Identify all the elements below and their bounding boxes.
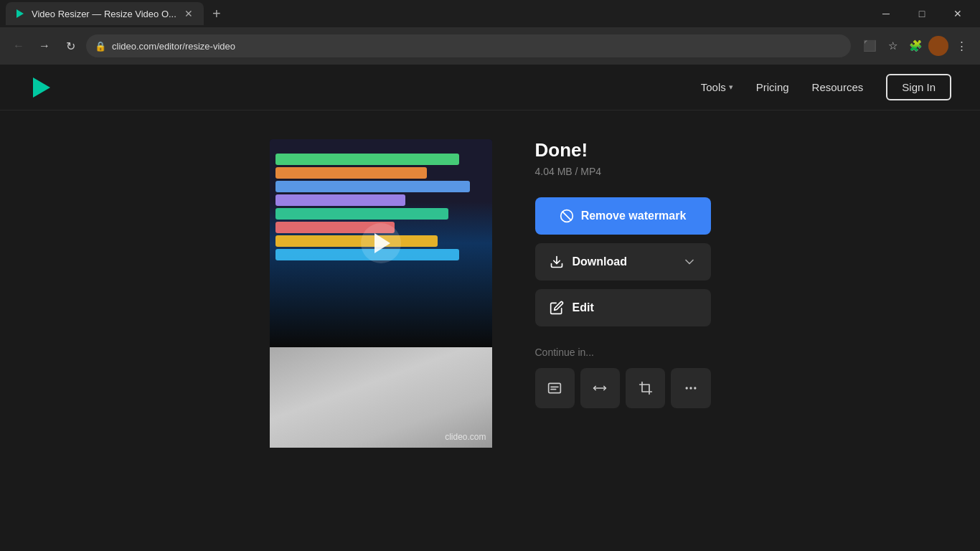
extensions-button[interactable]: ⬛ <box>859 36 880 56</box>
download-button[interactable]: Download <box>535 243 711 281</box>
forward-button[interactable]: → <box>34 36 55 56</box>
lock-icon: 🔒 <box>95 41 106 52</box>
nav-resources[interactable]: Resources <box>804 75 872 99</box>
nav-pricing[interactable]: Pricing <box>748 75 798 99</box>
continue-label: Continue in... <box>535 347 711 358</box>
file-info: 4.04 MB / MP4 <box>535 166 711 177</box>
chevron-down-icon: ▾ <box>729 83 733 92</box>
file-size: 4.04 MB <box>535 166 573 177</box>
svg-point-10 <box>689 387 692 389</box>
file-format: MP4 <box>580 166 601 177</box>
url-bar[interactable]: 🔒 clideo.com/editor/resize-video <box>86 34 851 57</box>
remove-watermark-button[interactable]: Remove watermark <box>535 197 711 235</box>
edit-icon <box>550 301 564 315</box>
minimize-button[interactable]: ─ <box>870 2 903 25</box>
svg-marker-1 <box>33 77 50 98</box>
compress-button[interactable] <box>580 368 620 408</box>
svg-marker-0 <box>17 9 24 18</box>
right-panel: Done! 4.04 MB / MP4 Remove watermark <box>535 139 711 408</box>
url-text: clideo.com/editor/resize-video <box>112 41 842 52</box>
no-watermark-icon <box>560 209 574 223</box>
tab-bar: Video Resizer — Resize Video O... ✕ + ─ … <box>0 0 980 27</box>
address-bar: ← → ↻ 🔒 clideo.com/editor/resize-video ⬛… <box>0 27 980 65</box>
chevron-down-icon <box>682 255 697 269</box>
active-tab[interactable]: Video Resizer — Resize Video O... ✕ <box>6 2 204 25</box>
watermark-text: clideo.com <box>445 432 486 442</box>
crop-button[interactable] <box>626 368 665 408</box>
profile-avatar <box>928 36 948 56</box>
toolbar-icons: ⬛ ☆ 🧩 ⋮ <box>859 36 971 56</box>
video-thumbnail: clideo.com <box>270 347 492 448</box>
svg-line-3 <box>562 212 571 220</box>
profile-button[interactable] <box>928 36 948 56</box>
page: Tools ▾ Pricing Resources Sign In <box>0 65 980 551</box>
tab-favicon-icon <box>14 8 26 19</box>
logo-icon <box>29 75 55 100</box>
compress-icon <box>593 381 607 395</box>
menu-button[interactable]: ⋮ <box>951 36 971 56</box>
nav-tools[interactable]: Tools ▾ <box>692 75 742 99</box>
new-tab-button[interactable]: + <box>207 4 227 24</box>
close-button[interactable]: ✕ <box>941 2 974 25</box>
svg-point-11 <box>694 387 696 389</box>
browser-chrome: Video Resizer — Resize Video O... ✕ + ─ … <box>0 0 980 65</box>
svg-point-9 <box>685 387 687 389</box>
continue-icons <box>535 368 711 408</box>
edit-button[interactable]: Edit <box>535 289 711 326</box>
crop-icon <box>639 381 653 395</box>
more-options-button[interactable] <box>671 368 710 408</box>
maximize-button[interactable]: □ <box>905 2 938 25</box>
nav-items: Tools ▾ Pricing Resources Sign In <box>692 74 951 100</box>
done-title: Done! <box>535 139 711 161</box>
logo[interactable] <box>29 75 55 100</box>
svg-rect-5 <box>549 383 561 392</box>
video-player[interactable] <box>270 139 492 347</box>
subtitles-button[interactable] <box>535 368 575 408</box>
main-content: clideo.com Done! 4.04 MB / MP4 Remove wa… <box>0 110 980 551</box>
reload-button[interactable]: ↻ <box>60 36 80 56</box>
navbar: Tools ▾ Pricing Resources Sign In <box>0 65 980 110</box>
more-icon <box>684 381 698 395</box>
subtitles-icon <box>547 381 562 395</box>
bookmark-star-icon[interactable]: ☆ <box>882 36 903 56</box>
tab-close-button[interactable]: ✕ <box>182 7 195 20</box>
window-controls: ─ □ ✕ <box>870 2 974 25</box>
play-icon <box>374 233 390 253</box>
tab-title: Video Resizer — Resize Video O... <box>32 9 176 19</box>
puzzle-icon[interactable]: 🧩 <box>905 36 925 56</box>
download-icon <box>550 255 564 269</box>
play-button[interactable] <box>361 223 401 263</box>
sign-in-button[interactable]: Sign In <box>886 74 951 100</box>
video-area: clideo.com <box>270 139 492 448</box>
back-button[interactable]: ← <box>9 36 29 56</box>
